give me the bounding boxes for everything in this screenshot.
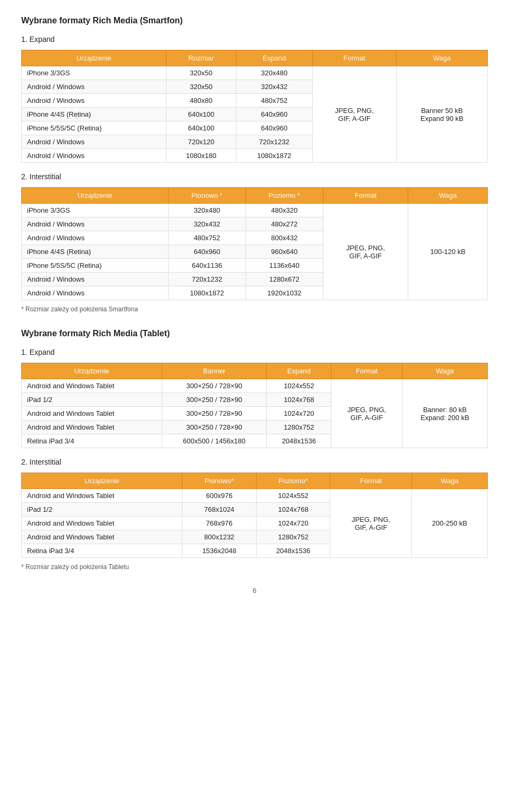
table-cell: 1024x768 — [256, 503, 330, 517]
table-cell: 320x432 — [168, 217, 245, 231]
table-cell: iPhone 5/5S/5C (Retina) — [22, 121, 166, 135]
table-cell: 320x432 — [236, 80, 312, 94]
table-cell: 480x320 — [245, 204, 323, 217]
table-cell: 1024x768 — [267, 393, 331, 407]
table-row: Android and Windows Tablet600x9761024x55… — [22, 489, 488, 503]
tablet-expand-table: Urządzenie Banner Expand Format Waga And… — [21, 363, 488, 448]
table-cell-waga: Banner 50 kB Expand 90 kB — [397, 66, 488, 163]
table-cell: Android and Windows Tablet — [22, 407, 162, 421]
table-cell: 1024x720 — [267, 407, 331, 421]
table-cell: Retina iPad 3/4 — [22, 434, 162, 448]
col-urządzenie-ti: Urządzenie — [22, 473, 182, 489]
table-cell: 640x100 — [166, 121, 236, 135]
table-cell: Android and Windows Tablet — [22, 517, 182, 530]
table-cell: iPhone 4/4S (Retina) — [22, 245, 169, 259]
table-cell: 2048x1536 — [256, 544, 330, 558]
table-cell: iPad 1/2 — [22, 503, 182, 517]
table-cell: 320x50 — [166, 80, 236, 94]
table-cell: 1920x1032 — [245, 286, 323, 300]
table-cell: Android and Windows Tablet — [22, 421, 162, 434]
table-cell: Retina iPad 3/4 — [22, 544, 182, 558]
table-cell: 1080x1872 — [168, 286, 245, 300]
col-format-si: Format — [323, 188, 408, 204]
table-cell: 1024x552 — [256, 489, 330, 503]
table-cell: 640x960 — [168, 245, 245, 259]
table-cell: 720x120 — [166, 135, 236, 149]
table-cell: 768x976 — [182, 517, 257, 530]
table-cell: 300×250 / 728×90 — [162, 407, 267, 421]
interstitial-label-tablet: 2. Interstitial — [21, 458, 488, 466]
table-cell: 1024x552 — [267, 379, 331, 393]
table-cell: Android / Windows — [22, 94, 166, 108]
table-cell: 800x432 — [245, 231, 323, 245]
table-cell: 1280x752 — [267, 421, 331, 434]
table-cell: Android / Windows — [22, 231, 169, 245]
table-cell: iPhone 3/3GS — [22, 204, 169, 217]
footnote-smartfon: * Rozmiar zależy od położenia Smartfona — [21, 305, 488, 313]
table-row: iPhone 3/3GS320x480480x320JPEG, PNG, GIF… — [22, 204, 488, 217]
col-pionowo-si: Pionowo * — [168, 188, 245, 204]
tablet-interstitial-table: Urządzenie Pionowo* Poziomo* Format Waga… — [21, 473, 488, 558]
table-cell: 300×250 / 728×90 — [162, 393, 267, 407]
table-cell: 640x960 — [236, 121, 312, 135]
table-cell: Android / Windows — [22, 217, 169, 231]
table-cell: 300×250 / 728×90 — [162, 421, 267, 434]
table-cell: Android and Windows Tablet — [22, 530, 182, 544]
col-format-ti: Format — [330, 473, 412, 489]
col-rozmiar-se: Rozmiar — [166, 50, 236, 66]
table-cell: 600x976 — [182, 489, 257, 503]
table-cell: 300×250 / 728×90 — [162, 379, 267, 393]
interstitial-label-smartfon: 2. Interstitial — [21, 172, 488, 181]
expand-label-smartfon: 1. Expand — [21, 35, 488, 43]
table-cell: iPad 1/2 — [22, 393, 162, 407]
table-cell: 600x500 / 1456x180 — [162, 434, 267, 448]
table-cell: 1536x2048 — [182, 544, 257, 558]
col-urządzenie-te: Urządzenie — [22, 363, 162, 379]
table-cell: 640x100 — [166, 108, 236, 121]
table-cell: 1080x1872 — [236, 149, 312, 163]
table-cell: iPhone 5/5S/5C (Retina) — [22, 259, 169, 273]
col-expand-se: Expand — [236, 50, 312, 66]
table-cell-format: JPEG, PNG, GIF, A-GIF — [323, 204, 408, 300]
table-cell: 720x1232 — [236, 135, 312, 149]
page-title-tablet: Wybrane formaty Rich Media (Tablet) — [21, 329, 488, 338]
table-cell: iPhone 3/3GS — [22, 66, 166, 80]
table-cell: 800x1232 — [182, 530, 257, 544]
col-poziomo-si: Poziomo * — [245, 188, 323, 204]
col-urządzenie-se: Urządzenie — [22, 50, 166, 66]
table-cell: Android / Windows — [22, 135, 166, 149]
table-cell: 960x640 — [245, 245, 323, 259]
col-format-te: Format — [331, 363, 402, 379]
table-cell: 1136x640 — [245, 259, 323, 273]
table-cell: Android / Windows — [22, 149, 166, 163]
col-format-se: Format — [312, 50, 396, 66]
table-cell: 480x80 — [166, 94, 236, 108]
table-cell: 320x480 — [168, 204, 245, 217]
table-cell-format: JPEG, PNG, GIF, A-GIF — [330, 489, 412, 558]
table-cell: 1080x180 — [166, 149, 236, 163]
col-poziomo-ti: Poziomo* — [256, 473, 330, 489]
table-cell-format: JPEG, PNG, GIF, A-GIF — [312, 66, 396, 163]
table-cell-format: JPEG, PNG, GIF, A-GIF — [331, 379, 402, 448]
smartfon-expand-table: Urządzenie Rozmiar Expand Format Waga iP… — [21, 50, 488, 163]
col-waga-ti: Waga — [411, 473, 487, 489]
table-cell: 480x272 — [245, 217, 323, 231]
table-cell: 320x50 — [166, 66, 236, 80]
table-cell: 768x1024 — [182, 503, 257, 517]
table-cell: Android and Windows Tablet — [22, 489, 182, 503]
table-cell: 640x1136 — [168, 259, 245, 273]
smartfon-interstitial-table: Urządzenie Pionowo * Poziomo * Format Wa… — [21, 187, 488, 300]
col-pionowo-ti: Pionowo* — [182, 473, 257, 489]
table-cell: iPhone 4/4S (Retina) — [22, 108, 166, 121]
table-cell-waga: Banner: 80 kB Expand: 200 kB — [402, 379, 488, 448]
table-cell: Android / Windows — [22, 273, 169, 286]
page-title-smartfon: Wybrane formaty Rich Media (Smartfon) — [21, 16, 488, 25]
table-cell: 2048x1536 — [267, 434, 331, 448]
table-cell: Android / Windows — [22, 80, 166, 94]
table-cell: 480x752 — [236, 94, 312, 108]
table-cell: 640x960 — [236, 108, 312, 121]
expand-label-tablet: 1. Expand — [21, 348, 488, 356]
table-cell: 1280x672 — [245, 273, 323, 286]
col-expand-te: Expand — [267, 363, 331, 379]
col-urządzenie-si: Urządzenie — [22, 188, 169, 204]
